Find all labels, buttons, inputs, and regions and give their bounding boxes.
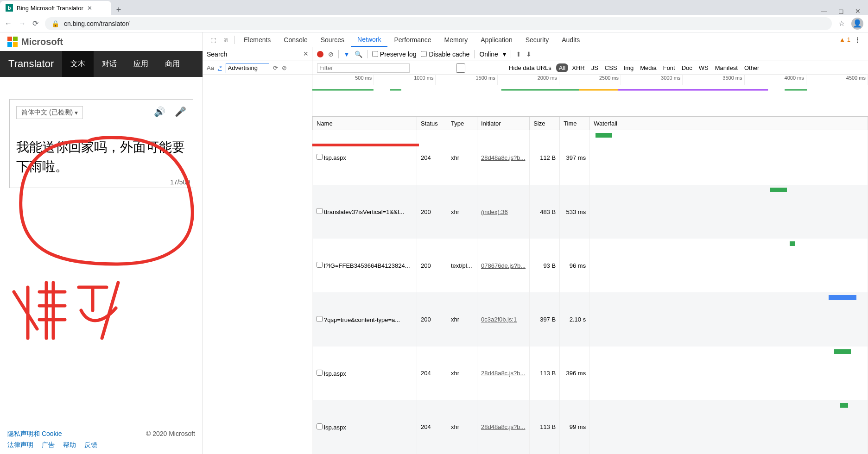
inspect-icon[interactable]: ⬚: [207, 36, 220, 44]
devtools-tab-memory[interactable]: Memory: [438, 32, 475, 47]
column-initiator[interactable]: Initiator: [477, 117, 530, 130]
devtools-tab-application[interactable]: Application: [474, 32, 519, 47]
minimize-icon[interactable]: —: [821, 7, 827, 15]
devtools-tab-console[interactable]: Console: [277, 32, 314, 47]
reload-button[interactable]: ⟳: [32, 19, 38, 28]
refresh-icon[interactable]: ⟳: [273, 64, 278, 71]
network-timeline[interactable]: 500 ms1000 ms1500 ms2000 ms2500 ms3000 m…: [312, 75, 868, 117]
network-table[interactable]: NameStatusTypeInitiatorSizeTimeWaterfall…: [312, 117, 868, 454]
initiator-link[interactable]: 0c3a2f0b.js:1: [477, 292, 530, 346]
search-icon[interactable]: 🔍: [355, 50, 362, 58]
filter-type-manifest[interactable]: Manifest: [712, 63, 741, 72]
record-button[interactable]: [317, 51, 323, 57]
column-waterfall[interactable]: Waterfall: [590, 117, 868, 130]
microsoft-logo-icon: [7, 37, 18, 47]
maximize-icon[interactable]: ◻: [838, 7, 844, 15]
close-icon[interactable]: ✕: [87, 5, 92, 12]
download-icon[interactable]: ⬇: [526, 50, 532, 58]
network-row[interactable]: ?qsp=true&content-type=a...200xhr0c3a2f0…: [313, 292, 868, 346]
upload-icon[interactable]: ⬆: [516, 50, 521, 58]
match-case-icon[interactable]: Aa: [207, 64, 214, 71]
initiator-link[interactable]: 28d48a8c.js?b...: [477, 400, 530, 454]
network-row[interactable]: lsp.aspx204xhr28d48a8c.js?b...112 B397 m…: [313, 130, 868, 185]
network-row[interactable]: l?IG=FFEB3453664B4123824...200text/pl...…: [313, 239, 868, 292]
devtools-tab-audits[interactable]: Audits: [555, 32, 586, 47]
network-row[interactable]: ttranslatev3?isVertical=1&&I...200xhr(in…: [313, 185, 868, 239]
filter-type-font[interactable]: Font: [660, 63, 678, 72]
preserve-log-checkbox[interactable]: Preserve log: [372, 50, 417, 58]
privacy-link[interactable]: 隐私声明和 Cookie: [7, 430, 62, 438]
help-link[interactable]: 帮助: [63, 441, 76, 449]
initiator-link[interactable]: 078676de.js?b...: [477, 239, 530, 292]
source-text[interactable]: 我能送你回家吗，外面可能要下雨啦。: [16, 138, 186, 177]
column-type[interactable]: Type: [447, 117, 477, 130]
language-selector[interactable]: 简体中文 (已检测) ▾: [16, 106, 83, 119]
filter-type-ws[interactable]: WS: [696, 63, 711, 72]
bookmark-icon[interactable]: ☆: [838, 19, 845, 28]
legal-link[interactable]: 法律声明: [7, 441, 33, 449]
filter-type-other[interactable]: Other: [741, 63, 762, 72]
initiator-link[interactable]: (index):36: [477, 185, 530, 239]
search-input[interactable]: [226, 63, 269, 73]
devtools-tab-security[interactable]: Security: [519, 32, 556, 47]
device-icon[interactable]: ⎚: [220, 36, 231, 44]
devtools-menu-icon[interactable]: ⋮: [850, 36, 864, 44]
regex-icon[interactable]: .*: [218, 64, 222, 71]
devtools-tab-performance[interactable]: Performance: [387, 32, 437, 47]
source-text-box[interactable]: 简体中文 (已检测) ▾ 🔊 🎤 我能送你回家吗，外面可能要下雨啦。 17/50…: [9, 99, 193, 188]
network-row[interactable]: lsp.aspx204xhr28d48a8c.js?b...113 B396 m…: [313, 347, 868, 400]
url-field[interactable]: 🔒 cn.bing.com/translator/: [45, 17, 832, 30]
row-checkbox[interactable]: [317, 154, 323, 160]
ads-link[interactable]: 广告: [42, 441, 55, 449]
clear-button[interactable]: ⊘: [328, 50, 334, 58]
row-checkbox[interactable]: [317, 208, 323, 214]
devtools-search-pane: Search × Aa .* ⟳ ⊘: [203, 47, 312, 454]
column-name[interactable]: Name: [313, 117, 417, 130]
initiator-link[interactable]: 28d48a8c.js?b...: [477, 130, 530, 185]
forward-button[interactable]: →: [19, 19, 26, 28]
close-icon[interactable]: ×: [303, 49, 308, 59]
tab-text[interactable]: 文本: [62, 51, 94, 77]
timeline-tick: 500 ms: [312, 75, 374, 85]
row-checkbox[interactable]: [317, 370, 323, 376]
filter-input[interactable]: [317, 63, 410, 73]
back-button[interactable]: ←: [5, 19, 12, 28]
row-checkbox[interactable]: [317, 423, 323, 429]
network-row[interactable]: lsp.aspx204xhr28d48a8c.js?b...113 B99 ms: [313, 400, 868, 454]
microphone-icon[interactable]: 🎤: [175, 106, 186, 117]
filter-type-js[interactable]: JS: [589, 63, 601, 72]
initiator-link[interactable]: 28d48a8c.js?b...: [477, 347, 530, 400]
filter-type-xhr[interactable]: XHR: [569, 63, 587, 72]
column-time[interactable]: Time: [560, 117, 590, 130]
profile-icon[interactable]: 👤: [851, 18, 863, 30]
warning-badge[interactable]: ▲ 1: [839, 36, 850, 43]
tab-conversation[interactable]: 对话: [94, 51, 125, 77]
devtools-tab-sources[interactable]: Sources: [314, 32, 351, 47]
row-checkbox[interactable]: [317, 316, 323, 322]
hide-data-urls-checkbox[interactable]: Hide data URLs: [414, 63, 551, 73]
tab-business[interactable]: 商用: [157, 51, 188, 77]
column-size[interactable]: Size: [530, 117, 560, 130]
filter-type-all[interactable]: All: [556, 63, 568, 72]
devtools-tab-network[interactable]: Network: [351, 32, 387, 47]
column-status[interactable]: Status: [417, 117, 447, 130]
new-tab-button[interactable]: +: [111, 5, 126, 15]
filter-type-media[interactable]: Media: [637, 63, 659, 72]
tab-apps[interactable]: 应用: [125, 51, 157, 77]
speaker-icon[interactable]: 🔊: [154, 106, 165, 117]
disable-cache-checkbox[interactable]: Disable cache: [421, 50, 469, 58]
timeline-tick: 2500 ms: [559, 75, 621, 85]
filter-type-doc[interactable]: Doc: [679, 63, 695, 72]
row-checkbox[interactable]: [317, 262, 323, 268]
browser-tab-strip: b Bing Microsoft Translator ✕ + — ◻ ✕: [0, 0, 868, 15]
devtools-tab-elements[interactable]: Elements: [237, 32, 277, 47]
filter-type-img[interactable]: Img: [621, 63, 637, 72]
filter-type-css[interactable]: CSS: [602, 63, 620, 72]
lock-icon: 🔒: [51, 20, 59, 27]
clear-icon[interactable]: ⊘: [282, 64, 287, 71]
browser-tab[interactable]: b Bing Microsoft Translator ✕: [0, 1, 111, 15]
close-icon[interactable]: ✕: [855, 7, 861, 15]
filter-icon[interactable]: ▼: [343, 50, 350, 58]
feedback-link[interactable]: 反馈: [84, 441, 97, 449]
throttling-select[interactable]: Online ▾: [479, 50, 506, 58]
